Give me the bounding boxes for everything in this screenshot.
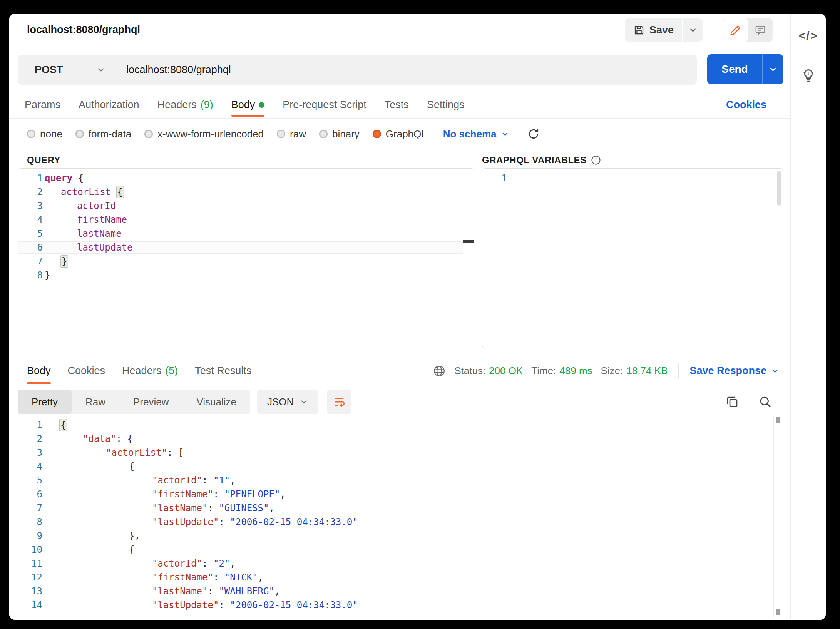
tab-pre-request-script[interactable]: Pre-request Script bbox=[283, 91, 366, 118]
code-line[interactable]: 12"firstName": "NICK", bbox=[9, 570, 773, 584]
code-line[interactable]: 8} bbox=[18, 268, 463, 282]
code-line[interactable]: 5"actorId": "1", bbox=[9, 473, 773, 487]
view-tab-visualize[interactable]: Visualize bbox=[182, 390, 250, 414]
tab-headers[interactable]: Headers(9) bbox=[157, 91, 213, 118]
code-line[interactable]: 1 bbox=[482, 171, 783, 185]
line-number: 5 bbox=[18, 228, 43, 239]
code-line[interactable]: 13"lastName": "WAHLBERG", bbox=[9, 584, 773, 598]
indent-guide bbox=[60, 446, 83, 460]
line-content: "lastUpdate": "2006-02-15 04:34:33.0" bbox=[60, 515, 358, 529]
body-mode-binary[interactable]: binary bbox=[319, 128, 360, 140]
copy-icon[interactable] bbox=[725, 395, 739, 409]
size-label: Size: bbox=[601, 365, 623, 377]
view-tab-preview[interactable]: Preview bbox=[119, 390, 182, 414]
wrap-text-button[interactable] bbox=[327, 390, 351, 414]
format-select[interactable]: JSON bbox=[257, 390, 318, 414]
body-mode-x-www-form-urlencoded[interactable]: x-www-form-urlencoded bbox=[144, 128, 264, 140]
refresh-schema-icon[interactable] bbox=[527, 128, 540, 140]
tab-tests[interactable]: Tests bbox=[385, 91, 409, 118]
send-options-chevron[interactable] bbox=[762, 54, 783, 84]
indent-guide bbox=[45, 213, 61, 227]
token: : bbox=[202, 475, 213, 486]
code-line[interactable]: 2actorList { bbox=[18, 185, 463, 199]
query-scrollbar-gutter[interactable] bbox=[463, 169, 474, 348]
code-line[interactable]: 6"firstName": "PENELOPE", bbox=[9, 487, 773, 501]
code-snippet-icon[interactable]: </> bbox=[799, 29, 818, 42]
code-line[interactable]: 7"lastName": "GUINESS", bbox=[9, 501, 773, 515]
code-line[interactable]: 4firstName bbox=[18, 213, 463, 227]
indent-guide bbox=[106, 473, 129, 487]
body-mode-form-data[interactable]: form-data bbox=[75, 128, 131, 140]
body-mode-graphql[interactable]: GraphQL bbox=[373, 128, 427, 140]
code-line[interactable]: 2"data": { bbox=[9, 432, 773, 446]
code-line[interactable]: 7} bbox=[18, 254, 463, 268]
indent-guide bbox=[83, 487, 106, 501]
indent-guide bbox=[83, 584, 106, 598]
radio-icon bbox=[27, 130, 35, 138]
tab-params[interactable]: Params bbox=[25, 91, 60, 118]
save-button[interactable]: Save bbox=[625, 18, 682, 42]
radio-icon bbox=[277, 130, 285, 138]
token: : bbox=[219, 517, 230, 527]
code-line[interactable]: 9}, bbox=[9, 529, 773, 543]
save-options-chevron[interactable] bbox=[683, 18, 703, 42]
code-line[interactable]: 14"lastUpdate": "2006-02-15 04:34:33.0" bbox=[9, 598, 773, 612]
cookies-link[interactable]: Cookies bbox=[726, 99, 766, 111]
code-line[interactable]: 11"actorId": "2", bbox=[9, 557, 773, 570]
token: "lastName" bbox=[152, 586, 208, 597]
comments-button[interactable] bbox=[748, 18, 773, 42]
line-content: { bbox=[60, 543, 134, 557]
query-label: QUERY bbox=[27, 155, 60, 166]
response-scrollbar[interactable] bbox=[773, 416, 781, 617]
globe-icon[interactable] bbox=[433, 365, 446, 378]
code-line[interactable]: 3actorId bbox=[18, 199, 463, 213]
code-line[interactable]: 10{ bbox=[9, 543, 773, 557]
tab-body[interactable]: Body bbox=[231, 91, 265, 118]
body-filled-dot bbox=[259, 102, 264, 108]
token: : bbox=[219, 600, 230, 611]
code-line[interactable]: 5lastName bbox=[18, 227, 463, 241]
tab-settings[interactable]: Settings bbox=[427, 91, 465, 118]
response-tab-body[interactable]: Body bbox=[27, 356, 51, 386]
response-tab-test-results[interactable]: Test Results bbox=[195, 356, 251, 386]
code-line[interactable]: 4{ bbox=[9, 460, 773, 473]
token: { bbox=[117, 186, 124, 198]
response-tab-headers[interactable]: Headers(5) bbox=[122, 356, 178, 386]
variables-scrollbar-thumb[interactable] bbox=[777, 171, 781, 206]
line-content: actorList { bbox=[45, 185, 124, 199]
tab-label: Tests bbox=[385, 99, 409, 111]
response-body[interactable]: 1{2"data": {3"actorList": [4{5"actorId":… bbox=[9, 416, 773, 620]
body-mode-raw[interactable]: raw bbox=[277, 128, 306, 140]
query-editor[interactable]: 1query {2actorList {3actorId4firstName5l… bbox=[18, 168, 474, 348]
tab-label: Authorization bbox=[79, 99, 139, 111]
mode-label: raw bbox=[290, 128, 306, 140]
line-number: 10 bbox=[9, 544, 42, 555]
save-response-button[interactable]: Save Response bbox=[689, 365, 780, 377]
search-icon[interactable] bbox=[758, 395, 772, 409]
line-number: 4 bbox=[9, 461, 42, 472]
code-line[interactable]: 6lastUpdate bbox=[18, 241, 463, 254]
bootcamp-lightbulb-icon[interactable] bbox=[800, 66, 817, 84]
view-tab-pretty[interactable]: Pretty bbox=[18, 390, 72, 414]
code-line[interactable]: 1query { bbox=[18, 171, 463, 185]
send-button[interactable]: Send bbox=[707, 54, 762, 84]
edit-mode-button[interactable] bbox=[723, 18, 748, 42]
scrollbar-thumb-bottom bbox=[776, 609, 780, 615]
code-line[interactable]: 1{ bbox=[9, 418, 773, 432]
body-mode-none[interactable]: none bbox=[27, 128, 62, 140]
response-separator bbox=[9, 355, 790, 355]
tab-label: Params bbox=[25, 99, 60, 111]
schema-select[interactable]: No schema bbox=[443, 128, 510, 140]
indent-guide bbox=[83, 446, 106, 460]
view-tab-raw[interactable]: Raw bbox=[72, 390, 119, 414]
info-icon[interactable] bbox=[591, 155, 601, 166]
method-select[interactable]: POST bbox=[18, 55, 116, 85]
header-controls: Save bbox=[625, 14, 773, 46]
tab-authorization[interactable]: Authorization bbox=[79, 91, 139, 118]
variables-editor[interactable]: 1 bbox=[482, 168, 783, 348]
code-line[interactable]: 8"lastUpdate": "2006-02-15 04:34:33.0" bbox=[9, 515, 773, 529]
code-line[interactable]: 3"actorList": [ bbox=[9, 446, 773, 460]
response-tab-cookies[interactable]: Cookies bbox=[68, 356, 105, 386]
url-input[interactable]: localhost:8080/graphql bbox=[116, 64, 697, 76]
tab-label: Pre-request Script bbox=[283, 99, 366, 111]
